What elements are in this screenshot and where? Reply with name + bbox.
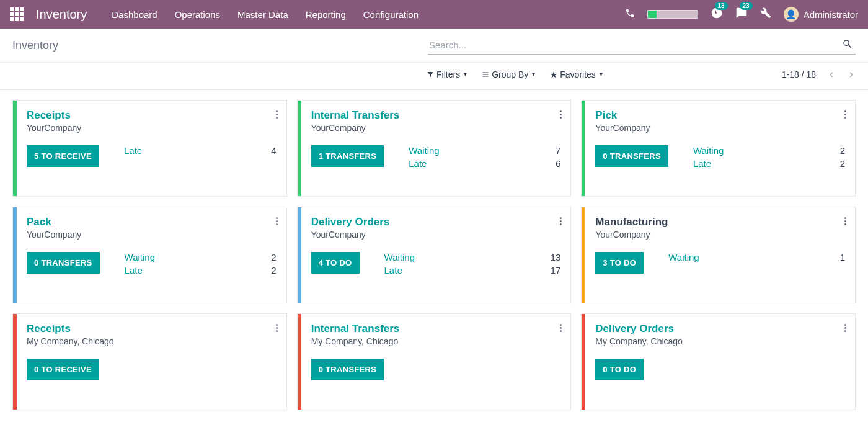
card-action-button[interactable]: 0 TO DO [595, 359, 644, 380]
card-body: Internal TransfersMy Company, Chicago0 T… [301, 314, 571, 410]
card-action-button[interactable]: 0 TO RECEIVE [27, 359, 99, 380]
stat-label: Waiting [693, 145, 724, 156]
kebab-icon[interactable] [560, 324, 562, 332]
breadcrumb: Inventory [12, 39, 58, 52]
search-input[interactable] [428, 36, 856, 55]
card-subtitle: YourCompany [27, 230, 277, 240]
card-stats: Waiting2Late2 [693, 145, 845, 169]
topbar-right: 13 23 👤 Administrator [625, 7, 858, 22]
card-title[interactable]: Manufacturing [595, 216, 845, 228]
stat-row[interactable]: Late4 [124, 145, 277, 156]
stat-row[interactable]: Late17 [384, 265, 561, 275]
stat-value: 2 [271, 265, 276, 275]
kanban-board: ReceiptsYourCompany5 TO RECEIVELate4Inte… [0, 90, 868, 420]
card-stats: Waiting7Late6 [409, 145, 560, 169]
card-body: Delivery OrdersMy Company, Chicago0 TO D… [585, 314, 855, 410]
card-title[interactable]: Delivery Orders [595, 323, 845, 335]
controls-bar: Filters ▾ Group By ▾ Favorites ▾ 1-18 / … [0, 63, 868, 90]
card-title[interactable]: Internal Transfers [311, 109, 561, 122]
kanban-card: PackYourCompany0 TRANSFERSWaiting2Late2 [12, 207, 287, 303]
nav-dashboard[interactable]: Dashboard [112, 9, 157, 20]
stat-row[interactable]: Late2 [125, 265, 277, 275]
card-row: 0 TRANSFERSWaiting2Late2 [27, 252, 277, 275]
card-title[interactable]: Pack [27, 216, 277, 228]
list-icon [482, 71, 489, 78]
stat-value: 17 [551, 265, 561, 275]
kebab-icon[interactable] [560, 110, 562, 119]
chat-icon[interactable]: 23 [735, 7, 748, 22]
stat-value: 7 [556, 145, 560, 156]
card-action-button[interactable]: 4 TO DO [311, 252, 360, 274]
favorites-button[interactable]: Favorites ▾ [550, 69, 603, 79]
card-action-button[interactable]: 0 TRANSFERS [311, 359, 384, 380]
card-body: Internal TransfersYourCompany1 TRANSFERS… [301, 101, 571, 196]
kebab-icon[interactable] [276, 110, 278, 119]
pager-next-button[interactable]: › [847, 68, 856, 81]
avatar: 👤 [784, 7, 799, 22]
subheader: Inventory [0, 29, 868, 63]
stat-row[interactable]: Waiting2 [125, 252, 277, 262]
settings-icon[interactable] [760, 7, 771, 21]
card-title[interactable]: Internal Transfers [311, 323, 561, 335]
kebab-icon[interactable] [276, 217, 278, 225]
card-row: 0 TRANSFERSWaiting2Late2 [595, 145, 845, 169]
card-subtitle: YourCompany [595, 230, 845, 240]
kanban-card: ReceiptsMy Company, Chicago0 TO RECEIVE [12, 313, 287, 410]
funnel-icon [427, 71, 434, 78]
kanban-card: PickYourCompany0 TRANSFERSWaiting2Late2 [581, 100, 856, 197]
card-row: 5 TO RECEIVELate4 [27, 145, 277, 167]
search-container [428, 36, 856, 55]
nav-master-data[interactable]: Master Data [237, 9, 288, 20]
username: Administrator [804, 9, 858, 20]
card-stats: Waiting2Late2 [125, 252, 277, 275]
card-body: ManufacturingYourCompany3 TO DOWaiting1 [585, 207, 855, 303]
kanban-card: Delivery OrdersYourCompany4 TO DOWaiting… [297, 207, 572, 303]
card-action-button[interactable]: 0 TRANSFERS [595, 145, 668, 167]
card-action-button[interactable]: 1 TRANSFERS [311, 145, 384, 167]
stat-label: Waiting [668, 252, 699, 262]
kebab-icon[interactable] [276, 324, 278, 332]
nav-configuration[interactable]: Configuration [363, 9, 418, 20]
stat-row[interactable]: Late2 [693, 158, 845, 169]
stat-value: 2 [840, 158, 845, 169]
kanban-card: Internal TransfersYourCompany1 TRANSFERS… [297, 100, 572, 197]
stat-row[interactable]: Waiting2 [693, 145, 845, 156]
stat-label: Late [125, 265, 143, 275]
card-title[interactable]: Pick [595, 109, 845, 122]
stat-row[interactable]: Late6 [409, 158, 560, 169]
stat-row[interactable]: Waiting7 [409, 145, 560, 156]
groupby-button[interactable]: Group By ▾ [482, 69, 535, 79]
progress-bar[interactable] [647, 10, 698, 19]
kebab-icon[interactable] [844, 324, 846, 332]
apps-icon[interactable] [10, 7, 24, 21]
card-title[interactable]: Receipts [27, 323, 277, 335]
card-title[interactable]: Delivery Orders [311, 216, 561, 228]
card-action-button[interactable]: 3 TO DO [595, 252, 644, 274]
card-action-button[interactable]: 5 TO RECEIVE [27, 145, 99, 167]
phone-icon[interactable] [625, 8, 635, 20]
pager: 1-18 / 18 ‹ › [782, 68, 856, 81]
stat-value: 2 [271, 252, 276, 262]
card-subtitle: My Company, Chicago [311, 336, 561, 346]
card-row: 0 TRANSFERS [311, 359, 561, 380]
card-action-button[interactable]: 0 TRANSFERS [27, 252, 100, 274]
kebab-icon[interactable] [844, 217, 846, 225]
nav-reporting[interactable]: Reporting [306, 9, 346, 20]
card-row: 0 TO RECEIVE [27, 359, 277, 380]
filters-button[interactable]: Filters ▾ [427, 69, 467, 79]
clock-icon[interactable]: 13 [711, 7, 723, 22]
nav-operations[interactable]: Operations [175, 9, 220, 20]
kebab-icon[interactable] [560, 217, 562, 225]
pager-prev-button[interactable]: ‹ [827, 68, 836, 81]
kebab-icon[interactable] [844, 110, 846, 119]
user-menu[interactable]: 👤 Administrator [784, 7, 858, 22]
stat-label: Late [384, 265, 402, 275]
search-icon[interactable] [842, 38, 853, 52]
chevron-down-icon: ▾ [532, 71, 535, 78]
card-subtitle: YourCompany [311, 123, 561, 133]
star-icon [550, 71, 557, 78]
stat-row[interactable]: Waiting1 [668, 252, 845, 262]
kanban-card: Delivery OrdersMy Company, Chicago0 TO D… [581, 313, 856, 410]
stat-row[interactable]: Waiting13 [384, 252, 561, 262]
card-title[interactable]: Receipts [27, 109, 277, 122]
